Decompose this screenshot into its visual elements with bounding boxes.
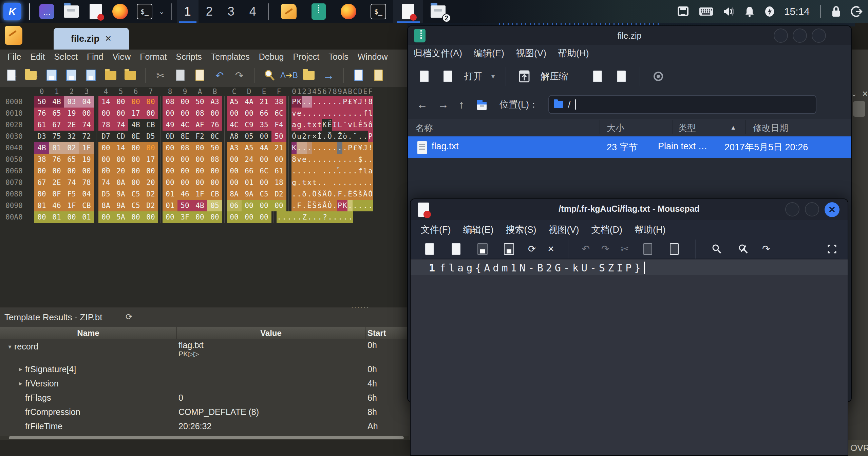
hex-byte-cell[interactable]: 32 [64, 131, 79, 142]
hex-ascii-cell[interactable]: . [342, 142, 347, 154]
archive-file-row[interactable]: flag.txt23 字节Plain text …2017年5月5日 20:26 [408, 136, 851, 158]
hex-ascii-cell[interactable]: . [307, 142, 312, 154]
hex-byte-cell[interactable]: C5 [257, 188, 271, 200]
task-xarchiver[interactable] [304, 0, 334, 23]
hex-byte-cell[interactable]: 01 [79, 211, 94, 223]
hex-byte-cell[interactable]: 00 [34, 165, 49, 177]
hex-ascii-cell[interactable]: . [297, 177, 302, 188]
hex-ascii-cell[interactable]: Å [363, 188, 368, 200]
hex-ascii-cell[interactable] [317, 165, 322, 177]
forward-button[interactable]: → [438, 98, 449, 111]
hex-byte-cell[interactable]: 00 [64, 211, 79, 223]
hex-byte-cell[interactable]: 00 [192, 142, 207, 154]
hex-ascii-cell[interactable]: . [363, 154, 368, 165]
column-name[interactable]: 名称 [415, 122, 433, 134]
menu-scripts[interactable]: Scripts [176, 52, 202, 62]
paste-button[interactable] [192, 67, 207, 83]
hex-ascii-cell[interactable]: . [347, 154, 353, 165]
hex-ascii-cell[interactable]: . [317, 154, 322, 165]
menu-s[interactable]: 搜索(S) [506, 224, 536, 236]
hex-ascii-cell[interactable]: t [312, 177, 317, 188]
hex-ascii-cell[interactable]: . [282, 211, 287, 223]
hex-byte-cell[interactable]: CD [113, 131, 128, 142]
hex-ascii-cell[interactable]: . [333, 211, 338, 223]
hex-ascii-cell[interactable]: . [322, 154, 327, 165]
hex-byte-cell[interactable]: 00 [227, 154, 242, 165]
hex-ascii-cell[interactable]: . [312, 154, 317, 165]
menu-d[interactable]: 文档(D) [591, 224, 622, 236]
template-row[interactable]: ▾recordflag.txtPK▷▷0h [0, 340, 410, 362]
panel-splitter-handle[interactable]: ······ [351, 304, 370, 311]
hex-ascii-cell[interactable]: ¯ [342, 119, 347, 131]
kali-menu-button[interactable]: K [3, 3, 21, 20]
hex-byte-cell[interactable]: 00 [128, 96, 143, 108]
hex-byte-cell[interactable]: 00 [271, 200, 286, 211]
hex-byte-cell[interactable]: 78 [79, 177, 94, 188]
extract-label[interactable]: 解压缩 [541, 70, 568, 82]
back-button[interactable]: ← [417, 98, 428, 111]
hex-byte-cell[interactable]: 00 [98, 154, 113, 165]
hex-ascii-cell[interactable]: L [353, 119, 358, 131]
hex-ascii-cell[interactable]: P [347, 142, 353, 154]
hex-ascii-cell[interactable]: . [302, 119, 307, 131]
hex-byte-cell[interactable]: 00 [242, 211, 257, 223]
hex-byte-cell[interactable]: 38 [271, 96, 286, 108]
hex-byte-cell[interactable]: 00 [128, 165, 143, 177]
go-to-line-button[interactable]: ↷ [762, 243, 770, 254]
workspace-3[interactable]: 3 [220, 0, 242, 23]
hex-byte-cell[interactable]: 04 [79, 188, 94, 200]
open-label[interactable]: 打开 [464, 70, 483, 82]
hex-ascii-cell[interactable]: . [368, 154, 373, 165]
app-grid-launcher[interactable]: ⋯ [38, 3, 56, 20]
hex-byte-cell[interactable]: 78 [98, 119, 113, 131]
hex-byte-cell[interactable]: 00 [271, 154, 286, 165]
hex-ascii-cell[interactable]: . [302, 142, 307, 154]
hex-ascii-cell[interactable]: K [342, 200, 347, 211]
hex-ascii-cell[interactable]: . [353, 177, 358, 188]
hex-byte-cell[interactable]: 1F [192, 188, 207, 200]
hex-byte-cell[interactable]: 00 [177, 154, 192, 165]
hex-ascii-cell[interactable]: . [322, 96, 327, 108]
hex-byte-cell[interactable]: 00 [242, 108, 257, 119]
hex-ascii-cell[interactable]: . [332, 200, 337, 211]
cut-button[interactable]: ✂ [153, 67, 168, 83]
hex-ascii-cell[interactable]: t [307, 119, 312, 131]
hex-ascii-cell[interactable]: g [297, 119, 302, 131]
hex-ascii-cell[interactable]: . [358, 200, 363, 211]
menu-select[interactable]: Select [54, 52, 77, 62]
hex-ascii-cell[interactable]: . [307, 108, 312, 119]
hex-ascii-cell[interactable]: Å [322, 188, 327, 200]
hex-ascii-cell[interactable]: . [337, 142, 342, 154]
save-button[interactable] [475, 241, 490, 257]
hex-byte-cell[interactable]: 08 [177, 142, 192, 154]
hex-ascii-cell[interactable]: . [317, 96, 322, 108]
hex-byte-cell[interactable]: 8A [98, 200, 113, 211]
hex-ascii-cell[interactable]: Õ [327, 131, 332, 142]
hex-ascii-cell[interactable]: K [291, 142, 297, 154]
hex-byte-cell[interactable]: 50 [177, 200, 192, 211]
task-terminal[interactable]: $_ [363, 0, 393, 23]
hex-byte-cell[interactable]: 17 [128, 108, 143, 119]
hex-ascii-cell[interactable]: P [342, 96, 347, 108]
hex-byte-cell[interactable]: 00 [113, 108, 128, 119]
hex-byte-cell[interactable]: CB [143, 119, 158, 131]
hex-ascii-cell[interactable]: Ë [347, 188, 353, 200]
hex-byte-cell[interactable]: 00 [207, 165, 222, 177]
hex-byte-cell[interactable]: 00 [163, 142, 177, 154]
tree-expander-icon[interactable]: ▸ [16, 380, 25, 387]
mousepad-titlebar[interactable]: /tmp/.fr-kgAuCi/flag.txt - Mousepad ✕ [411, 199, 848, 220]
hex-byte-cell[interactable]: 2E [64, 119, 79, 131]
menu-debug[interactable]: Debug [259, 52, 284, 62]
hex-byte-cell[interactable]: 00 [143, 142, 158, 154]
location-input[interactable]: / [548, 95, 816, 114]
copy-button[interactable] [173, 67, 188, 83]
hex-ascii-cell[interactable]: . [312, 96, 317, 108]
template-row[interactable]: ▸frVersion4h [0, 376, 410, 391]
hex-ascii-cell[interactable]: . [332, 188, 337, 200]
hex-byte-cell[interactable]: 00 [143, 108, 158, 119]
hex-byte-cell[interactable]: A3 [207, 96, 222, 108]
hex-byte-cell[interactable]: 4A [257, 142, 271, 154]
firefox-launcher[interactable] [111, 3, 129, 20]
hex-byte-cell[interactable]: CB [207, 188, 222, 200]
redo-button[interactable]: ↷ [601, 243, 609, 254]
